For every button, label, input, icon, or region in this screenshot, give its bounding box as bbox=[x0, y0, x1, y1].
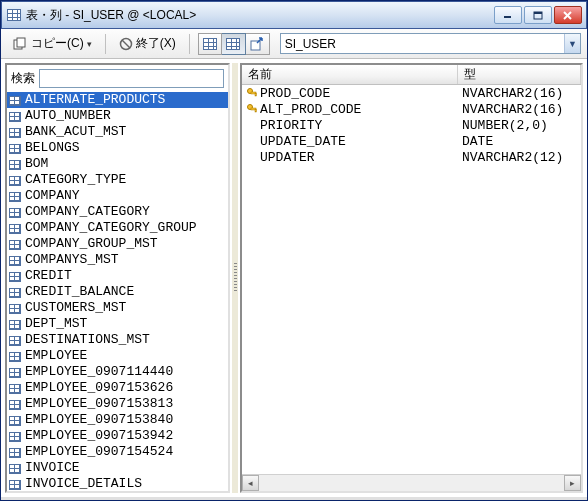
table-name: EMPLOYEE_0907153840 bbox=[25, 412, 173, 428]
chevron-down-icon: ▾ bbox=[87, 39, 92, 49]
table-item[interactable]: BANK_ACUT_MST bbox=[7, 124, 228, 140]
table-item[interactable]: COMPANYS_MST bbox=[7, 252, 228, 268]
statusbar bbox=[1, 497, 587, 500]
table-item[interactable]: COMPANY_GROUP_MST bbox=[7, 236, 228, 252]
column-name: PROD_CODE bbox=[260, 86, 330, 101]
tables-pane: 検索 ALTERNATE_PRODUCTSAUTO_NUMBERBANK_ACU… bbox=[5, 63, 230, 493]
view-grid-button[interactable] bbox=[198, 33, 222, 55]
scroll-right-button[interactable]: ▸ bbox=[564, 475, 581, 491]
scroll-left-button[interactable]: ◂ bbox=[242, 475, 259, 491]
separator bbox=[189, 34, 190, 54]
table-icon bbox=[9, 318, 23, 330]
copy-label: コピー(C) bbox=[31, 35, 84, 52]
scroll-track[interactable] bbox=[259, 475, 564, 491]
table-icon bbox=[9, 350, 23, 362]
column-header: 名前 型 bbox=[242, 65, 581, 85]
column-row[interactable]: UPDATE_DATEDATE bbox=[242, 133, 581, 149]
column-row[interactable]: PRIORITYNUMBER(2,0) bbox=[242, 117, 581, 133]
main-area: 検索 ALTERNATE_PRODUCTSAUTO_NUMBERBANK_ACU… bbox=[1, 59, 587, 497]
horizontal-scrollbar[interactable]: ◂ ▸ bbox=[242, 474, 581, 491]
close-button[interactable] bbox=[554, 6, 582, 24]
column-row[interactable]: ALT_PROD_CODENVARCHAR2(16) bbox=[242, 101, 581, 117]
header-name[interactable]: 名前 bbox=[242, 65, 458, 84]
table-item[interactable]: EMPLOYEE_0907153626 bbox=[7, 380, 228, 396]
table-item[interactable]: EMPLOYEE_0907114440 bbox=[7, 364, 228, 380]
maximize-button[interactable] bbox=[524, 6, 552, 24]
table-icon bbox=[9, 430, 23, 442]
schema-combo-value: SI_USER bbox=[281, 37, 564, 51]
table-name: COMPANY bbox=[25, 188, 80, 204]
column-type: NUMBER(2,0) bbox=[462, 118, 548, 133]
table-item[interactable]: COMPANY_CATEGORY bbox=[7, 204, 228, 220]
table-item[interactable]: CREDIT bbox=[7, 268, 228, 284]
schema-combo[interactable]: SI_USER ▼ bbox=[280, 33, 581, 54]
table-icon bbox=[9, 286, 23, 298]
table-item[interactable]: EMPLOYEE_0907153813 bbox=[7, 396, 228, 412]
table-name: COMPANY_CATEGORY bbox=[25, 204, 150, 220]
minimize-button[interactable] bbox=[494, 6, 522, 24]
table-icon bbox=[9, 302, 23, 314]
table-icon bbox=[9, 398, 23, 410]
table-name: DESTINATIONS_MST bbox=[25, 332, 150, 348]
table-item[interactable]: DEPT_MST bbox=[7, 316, 228, 332]
table-icon bbox=[9, 222, 23, 234]
table-icon bbox=[9, 142, 23, 154]
table-item[interactable]: INVOICE bbox=[7, 460, 228, 476]
splitter[interactable] bbox=[232, 63, 238, 493]
svg-rect-12 bbox=[255, 93, 257, 96]
table-icon bbox=[9, 126, 23, 138]
table-item[interactable]: EMPLOYEE_0907154524 bbox=[7, 444, 228, 460]
view-export-button[interactable] bbox=[246, 33, 270, 55]
table-icon bbox=[9, 206, 23, 218]
table-icon bbox=[9, 414, 23, 426]
table-item[interactable]: EMPLOYEE_0907153942 bbox=[7, 428, 228, 444]
column-body[interactable]: PROD_CODENVARCHAR2(16)ALT_PROD_CODENVARC… bbox=[242, 85, 581, 474]
table-name: BOM bbox=[25, 156, 48, 172]
view-table-button[interactable] bbox=[222, 33, 246, 55]
table-icon bbox=[9, 446, 23, 458]
table-name: AUTO_NUMBER bbox=[25, 108, 111, 124]
column-row[interactable]: PROD_CODENVARCHAR2(16) bbox=[242, 85, 581, 101]
table-item[interactable]: CATEGORY_TYPE bbox=[7, 172, 228, 188]
column-row[interactable]: UPDATERNVARCHAR2(12) bbox=[242, 149, 581, 165]
table-item[interactable]: EMPLOYEE_0907153840 bbox=[7, 412, 228, 428]
table-item[interactable]: BELONGS bbox=[7, 140, 228, 156]
table-name: EMPLOYEE bbox=[25, 348, 87, 364]
table-item[interactable]: COMPANY_CATEGORY_GROUP bbox=[7, 220, 228, 236]
column-type: NVARCHAR2(16) bbox=[462, 86, 563, 101]
table-item[interactable]: INVOICE_DETAILS bbox=[7, 476, 228, 491]
table-name: CATEGORY_TYPE bbox=[25, 172, 126, 188]
forbid-icon bbox=[119, 37, 133, 51]
table-item[interactable]: EMPLOYEE bbox=[7, 348, 228, 364]
table-item[interactable]: CUSTOMERS_MST bbox=[7, 300, 228, 316]
exit-button[interactable]: 終了(X) bbox=[114, 32, 181, 55]
table-item[interactable]: BOM bbox=[7, 156, 228, 172]
column-name: UPDATE_DATE bbox=[260, 134, 346, 149]
table-name: EMPLOYEE_0907153626 bbox=[25, 380, 173, 396]
copy-button[interactable]: コピー(C) ▾ bbox=[7, 32, 97, 55]
svg-rect-15 bbox=[255, 109, 257, 112]
table-item[interactable]: DESTINATIONS_MST bbox=[7, 332, 228, 348]
table-icon bbox=[9, 334, 23, 346]
column-type: DATE bbox=[462, 134, 493, 149]
table-name: INVOICE bbox=[25, 460, 80, 476]
table-name: EMPLOYEE_0907153813 bbox=[25, 396, 173, 412]
columns-pane: 名前 型 PROD_CODENVARCHAR2(16)ALT_PROD_CODE… bbox=[240, 63, 583, 493]
table-item[interactable]: AUTO_NUMBER bbox=[7, 108, 228, 124]
table-icon bbox=[9, 158, 23, 170]
search-label: 検索 bbox=[11, 70, 35, 87]
table-item[interactable]: COMPANY bbox=[7, 188, 228, 204]
key-icon bbox=[246, 87, 258, 99]
column-name: UPDATER bbox=[260, 150, 315, 165]
window-controls bbox=[494, 6, 582, 24]
table-icon bbox=[9, 366, 23, 378]
chevron-down-icon[interactable]: ▼ bbox=[564, 34, 580, 53]
table-name: EMPLOYEE_0907154524 bbox=[25, 444, 173, 460]
table-item[interactable]: CREDIT_BALANCE bbox=[7, 284, 228, 300]
table-list[interactable]: ALTERNATE_PRODUCTSAUTO_NUMBERBANK_ACUT_M… bbox=[7, 92, 228, 491]
window-title: 表・列 - SI_USER @ <LOCAL> bbox=[26, 7, 494, 24]
header-type[interactable]: 型 bbox=[458, 65, 581, 84]
search-input[interactable] bbox=[39, 69, 224, 88]
table-name: COMPANYS_MST bbox=[25, 252, 119, 268]
table-item[interactable]: ALTERNATE_PRODUCTS bbox=[7, 92, 228, 108]
